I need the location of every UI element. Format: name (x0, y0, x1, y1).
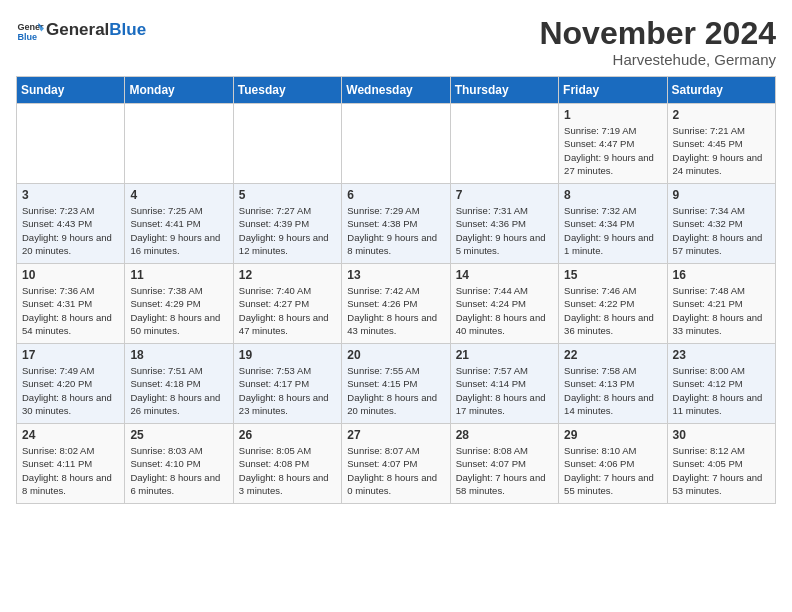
logo-icon: General Blue (16, 16, 44, 44)
calendar-cell: 3Sunrise: 7:23 AMSunset: 4:43 PMDaylight… (17, 184, 125, 264)
calendar-cell (125, 104, 233, 184)
day-info: Sunrise: 7:53 AMSunset: 4:17 PMDaylight:… (239, 364, 336, 417)
day-number: 25 (130, 428, 227, 442)
calendar-cell: 9Sunrise: 7:34 AMSunset: 4:32 PMDaylight… (667, 184, 775, 264)
day-info: Sunrise: 7:19 AMSunset: 4:47 PMDaylight:… (564, 124, 661, 177)
day-info: Sunrise: 7:36 AMSunset: 4:31 PMDaylight:… (22, 284, 119, 337)
calendar-cell: 7Sunrise: 7:31 AMSunset: 4:36 PMDaylight… (450, 184, 558, 264)
day-info: Sunrise: 7:31 AMSunset: 4:36 PMDaylight:… (456, 204, 553, 257)
day-number: 19 (239, 348, 336, 362)
day-number: 30 (673, 428, 770, 442)
calendar-cell (233, 104, 341, 184)
calendar-cell: 30Sunrise: 8:12 AMSunset: 4:05 PMDayligh… (667, 424, 775, 504)
day-info: Sunrise: 7:57 AMSunset: 4:14 PMDaylight:… (456, 364, 553, 417)
calendar-cell: 14Sunrise: 7:44 AMSunset: 4:24 PMDayligh… (450, 264, 558, 344)
logo-text: GeneralBlue (46, 20, 146, 40)
calendar-cell: 6Sunrise: 7:29 AMSunset: 4:38 PMDaylight… (342, 184, 450, 264)
header-monday: Monday (125, 77, 233, 104)
header-friday: Friday (559, 77, 667, 104)
month-title: November 2024 (539, 16, 776, 51)
day-info: Sunrise: 8:08 AMSunset: 4:07 PMDaylight:… (456, 444, 553, 497)
day-number: 11 (130, 268, 227, 282)
header-sunday: Sunday (17, 77, 125, 104)
day-number: 4 (130, 188, 227, 202)
calendar-cell: 28Sunrise: 8:08 AMSunset: 4:07 PMDayligh… (450, 424, 558, 504)
calendar-week-row: 24Sunrise: 8:02 AMSunset: 4:11 PMDayligh… (17, 424, 776, 504)
calendar-header-row: SundayMondayTuesdayWednesdayThursdayFrid… (17, 77, 776, 104)
day-number: 10 (22, 268, 119, 282)
day-number: 16 (673, 268, 770, 282)
calendar-cell: 24Sunrise: 8:02 AMSunset: 4:11 PMDayligh… (17, 424, 125, 504)
day-number: 23 (673, 348, 770, 362)
calendar-cell: 5Sunrise: 7:27 AMSunset: 4:39 PMDaylight… (233, 184, 341, 264)
header-wednesday: Wednesday (342, 77, 450, 104)
day-number: 5 (239, 188, 336, 202)
calendar-cell: 18Sunrise: 7:51 AMSunset: 4:18 PMDayligh… (125, 344, 233, 424)
day-info: Sunrise: 7:58 AMSunset: 4:13 PMDaylight:… (564, 364, 661, 417)
header-thursday: Thursday (450, 77, 558, 104)
day-number: 3 (22, 188, 119, 202)
calendar-table: SundayMondayTuesdayWednesdayThursdayFrid… (16, 76, 776, 504)
day-info: Sunrise: 8:10 AMSunset: 4:06 PMDaylight:… (564, 444, 661, 497)
calendar-cell: 19Sunrise: 7:53 AMSunset: 4:17 PMDayligh… (233, 344, 341, 424)
svg-text:Blue: Blue (17, 32, 37, 42)
day-info: Sunrise: 8:03 AMSunset: 4:10 PMDaylight:… (130, 444, 227, 497)
day-info: Sunrise: 7:49 AMSunset: 4:20 PMDaylight:… (22, 364, 119, 417)
calendar-cell: 16Sunrise: 7:48 AMSunset: 4:21 PMDayligh… (667, 264, 775, 344)
day-number: 20 (347, 348, 444, 362)
location-title: Harvestehude, Germany (539, 51, 776, 68)
day-number: 22 (564, 348, 661, 362)
day-info: Sunrise: 7:32 AMSunset: 4:34 PMDaylight:… (564, 204, 661, 257)
day-number: 8 (564, 188, 661, 202)
day-info: Sunrise: 7:44 AMSunset: 4:24 PMDaylight:… (456, 284, 553, 337)
day-info: Sunrise: 7:23 AMSunset: 4:43 PMDaylight:… (22, 204, 119, 257)
calendar-week-row: 3Sunrise: 7:23 AMSunset: 4:43 PMDaylight… (17, 184, 776, 264)
logo: General Blue GeneralBlue (16, 16, 146, 44)
day-number: 12 (239, 268, 336, 282)
calendar-week-row: 10Sunrise: 7:36 AMSunset: 4:31 PMDayligh… (17, 264, 776, 344)
calendar-cell: 2Sunrise: 7:21 AMSunset: 4:45 PMDaylight… (667, 104, 775, 184)
day-number: 2 (673, 108, 770, 122)
header: General Blue GeneralBlue November 2024 H… (16, 16, 776, 68)
day-info: Sunrise: 7:34 AMSunset: 4:32 PMDaylight:… (673, 204, 770, 257)
calendar-cell: 23Sunrise: 8:00 AMSunset: 4:12 PMDayligh… (667, 344, 775, 424)
day-number: 24 (22, 428, 119, 442)
day-number: 13 (347, 268, 444, 282)
day-number: 29 (564, 428, 661, 442)
day-number: 17 (22, 348, 119, 362)
day-info: Sunrise: 7:38 AMSunset: 4:29 PMDaylight:… (130, 284, 227, 337)
calendar-cell: 12Sunrise: 7:40 AMSunset: 4:27 PMDayligh… (233, 264, 341, 344)
day-number: 9 (673, 188, 770, 202)
day-number: 7 (456, 188, 553, 202)
calendar-cell: 21Sunrise: 7:57 AMSunset: 4:14 PMDayligh… (450, 344, 558, 424)
day-number: 28 (456, 428, 553, 442)
calendar-cell: 13Sunrise: 7:42 AMSunset: 4:26 PMDayligh… (342, 264, 450, 344)
calendar-cell: 15Sunrise: 7:46 AMSunset: 4:22 PMDayligh… (559, 264, 667, 344)
calendar-week-row: 17Sunrise: 7:49 AMSunset: 4:20 PMDayligh… (17, 344, 776, 424)
day-number: 14 (456, 268, 553, 282)
day-info: Sunrise: 7:40 AMSunset: 4:27 PMDaylight:… (239, 284, 336, 337)
calendar-cell (450, 104, 558, 184)
calendar-cell: 4Sunrise: 7:25 AMSunset: 4:41 PMDaylight… (125, 184, 233, 264)
header-saturday: Saturday (667, 77, 775, 104)
day-info: Sunrise: 7:46 AMSunset: 4:22 PMDaylight:… (564, 284, 661, 337)
calendar-cell: 26Sunrise: 8:05 AMSunset: 4:08 PMDayligh… (233, 424, 341, 504)
calendar-cell: 10Sunrise: 7:36 AMSunset: 4:31 PMDayligh… (17, 264, 125, 344)
day-number: 15 (564, 268, 661, 282)
day-number: 27 (347, 428, 444, 442)
calendar-cell (17, 104, 125, 184)
day-info: Sunrise: 7:48 AMSunset: 4:21 PMDaylight:… (673, 284, 770, 337)
calendar-cell (342, 104, 450, 184)
day-number: 18 (130, 348, 227, 362)
day-info: Sunrise: 7:55 AMSunset: 4:15 PMDaylight:… (347, 364, 444, 417)
day-info: Sunrise: 8:05 AMSunset: 4:08 PMDaylight:… (239, 444, 336, 497)
day-number: 1 (564, 108, 661, 122)
day-info: Sunrise: 7:25 AMSunset: 4:41 PMDaylight:… (130, 204, 227, 257)
header-tuesday: Tuesday (233, 77, 341, 104)
day-number: 6 (347, 188, 444, 202)
day-info: Sunrise: 7:51 AMSunset: 4:18 PMDaylight:… (130, 364, 227, 417)
day-info: Sunrise: 7:21 AMSunset: 4:45 PMDaylight:… (673, 124, 770, 177)
day-number: 26 (239, 428, 336, 442)
title-area: November 2024 Harvestehude, Germany (539, 16, 776, 68)
calendar-cell: 8Sunrise: 7:32 AMSunset: 4:34 PMDaylight… (559, 184, 667, 264)
